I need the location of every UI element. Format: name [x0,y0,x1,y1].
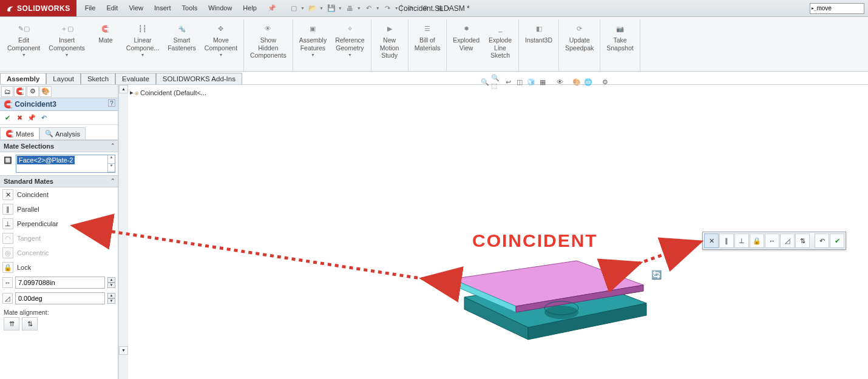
new-icon[interactable]: ▢ [287,2,300,15]
hide-show-icon[interactable]: 👁 [554,76,565,87]
mate-button[interactable]: 🧲Mate [91,21,120,70]
view-settings-icon[interactable]: ⚙ [600,76,611,87]
tab-sketch[interactable]: Sketch [81,73,115,84]
ctx-parallel-icon[interactable]: ∥ [719,233,734,248]
undo-mate-icon[interactable]: ↶ [39,113,49,122]
open-icon[interactable]: 📂 [306,2,319,15]
feature-tree-tab-icon[interactable]: 🗂 [1,86,13,97]
angle-up-icon[interactable]: ▲ [107,293,115,298]
align-same-icon[interactable]: ⇈ [4,317,19,330]
view-orientation-icon[interactable]: 🧊 [526,76,537,87]
tab-addins[interactable]: SOLIDWORKS Add-Ins [156,73,242,84]
menu-file[interactable]: File [80,2,101,15]
menu-tools[interactable]: Tools [177,2,203,15]
mate-icon: 🧲 [4,100,15,109]
section-standard-mates[interactable]: Standard Mates⌃ [0,175,118,187]
mate-concentric[interactable]: ◎Concentric [0,246,118,260]
mate-tangent[interactable]: ◠Tangent [0,231,118,246]
pm-action-row: ✔ ✖ 📌 ↶ [0,111,118,125]
command-search-input[interactable] [816,5,853,12]
display-manager-tab-icon[interactable]: 🎨 [39,86,52,97]
model-viewport[interactable] [446,255,659,346]
distance-down-icon[interactable]: ▼ [107,283,115,288]
instant3d-button[interactable]: ◧Instant3D [523,21,555,70]
display-style-icon[interactable]: ▦ [537,76,548,87]
pushpin-icon[interactable]: 📌 [27,113,36,122]
move-component-button[interactable]: ✥Move Component▼ [202,21,240,70]
selection-item[interactable]: Face<2>@Plate-2 [17,156,75,164]
subtab-analysis[interactable]: 🔍Analysis [39,127,86,139]
menu-insert[interactable]: Insert [149,2,176,15]
tab-assembly[interactable]: Assembly [0,73,46,84]
ctx-coincident-icon[interactable]: ✕ [704,233,719,248]
sel-down-icon[interactable]: ▼ [108,164,115,172]
smart-fasteners-button[interactable]: 🔩Smart Fasteners [165,21,198,70]
sel-up-icon[interactable]: ▲ [108,155,115,164]
ctx-distance-icon[interactable]: ↔ [765,233,779,248]
help-icon[interactable]: ? [108,99,115,107]
section-view-icon[interactable]: ◫ [514,76,525,87]
ctx-flip-icon[interactable]: ⇅ [795,233,810,248]
heads-up-toolbar: 🔍 🔍⬚ ↩ ◫ 🧊 ▦ 👁 🎨 🌐 ⚙ [480,76,611,87]
menu-edit[interactable]: Edit [101,2,123,15]
appearance-icon[interactable]: 🎨 [571,76,582,87]
menu-help[interactable]: Help [238,2,262,15]
zoom-area-icon[interactable]: 🔍⬚ [491,76,502,87]
tab-layout[interactable]: Layout [46,73,81,84]
mate-coincident[interactable]: ✕Coincident [0,187,118,202]
entity-filter-icon[interactable]: 🔲 [2,155,13,166]
standard-mates-list: ✕Coincident ∥Parallel ⊥Perpendicular ◠Ta… [0,187,118,275]
update-speedpak-button[interactable]: ⟳Update Speedpak [563,21,596,70]
distance-input[interactable] [15,277,105,289]
angle-input[interactable] [15,292,105,304]
zoom-fit-icon[interactable]: 🔍 [480,76,490,87]
edit-component-button[interactable]: ✎▢Edit Component▼ [5,21,42,70]
scroll-up-icon[interactable]: ▲ [119,85,128,93]
exploded-view-button[interactable]: ✹Exploded View [450,21,482,70]
linear-component-button[interactable]: ┇┇Linear Compone...▼ [124,21,161,70]
expand-icon[interactable]: ▸ [130,89,134,96]
command-search[interactable]: ▸_ [810,3,864,14]
mate-selection-box[interactable]: Face<2>@Plate-2 ▲▼ [16,155,115,173]
pin-icon[interactable]: 📌 [263,2,281,15]
concentric-icon: ◎ [2,247,13,258]
print-icon[interactable]: 🖶 [344,2,357,15]
menu-window[interactable]: Window [203,2,237,15]
ctx-lock-icon[interactable]: 🔒 [750,233,764,248]
scene-icon[interactable]: 🌐 [583,76,594,87]
reference-geometry-button[interactable]: ✧Reference Geometry▼ [333,21,367,70]
distance-up-icon[interactable]: ▲ [107,277,115,283]
ctx-angle-icon[interactable]: ◿ [780,233,795,248]
undo-icon[interactable]: ↶ [362,2,376,15]
redo-icon[interactable]: ↷ [381,2,395,15]
ctx-perpendicular-icon[interactable]: ⊥ [734,233,749,248]
config-manager-tab-icon[interactable]: ⚙ [27,86,39,97]
angle-down-icon[interactable]: ▼ [107,298,115,304]
new-motion-study-button[interactable]: ▶New Motion Study [375,21,404,70]
align-anti-icon[interactable]: ⇅ [22,317,38,330]
scroll-down-icon[interactable]: ▼ [119,346,128,355]
ctx-ok-icon[interactable]: ✔ [830,233,844,248]
mate-perpendicular[interactable]: ⊥Perpendicular [0,216,118,231]
save-icon[interactable]: 💾 [325,2,338,15]
tab-evaluate[interactable]: Evaluate [115,73,156,84]
panel-scrollbar[interactable]: ▲ ▼ [118,85,128,379]
show-hidden-button[interactable]: 👁Show Hidden Components [248,21,289,70]
cancel-icon[interactable]: ✖ [15,113,24,122]
mate-parallel[interactable]: ∥Parallel [0,202,118,216]
take-snapshot-button[interactable]: 📷Take Snapshot [604,21,636,70]
explode-line-sketch-button[interactable]: ⎯Explode Line Sketch [486,21,515,70]
assembly-features-button[interactable]: ▣Assembly Features▼ [297,21,330,70]
mate-lock[interactable]: 🔒Lock [0,260,118,275]
flyout-feature-tree[interactable]: ▸ ⎈ Coincident (Default<... [130,89,206,96]
section-mate-selections[interactable]: Mate Selections⌃ [0,140,118,152]
insert-components-button[interactable]: ＋▢Insert Components▼ [46,21,87,70]
tree-root-label[interactable]: Coincident (Default<... [140,89,206,96]
property-manager-tab-icon[interactable]: 🧲 [14,86,26,97]
bom-button[interactable]: ☰Bill of Materials [412,21,443,70]
ctx-undo-icon[interactable]: ↶ [815,233,829,248]
prev-view-icon[interactable]: ↩ [503,76,514,87]
menu-view[interactable]: View [124,2,148,15]
ok-icon[interactable]: ✔ [2,113,12,122]
subtab-mates[interactable]: 🧲Mates [0,127,39,139]
